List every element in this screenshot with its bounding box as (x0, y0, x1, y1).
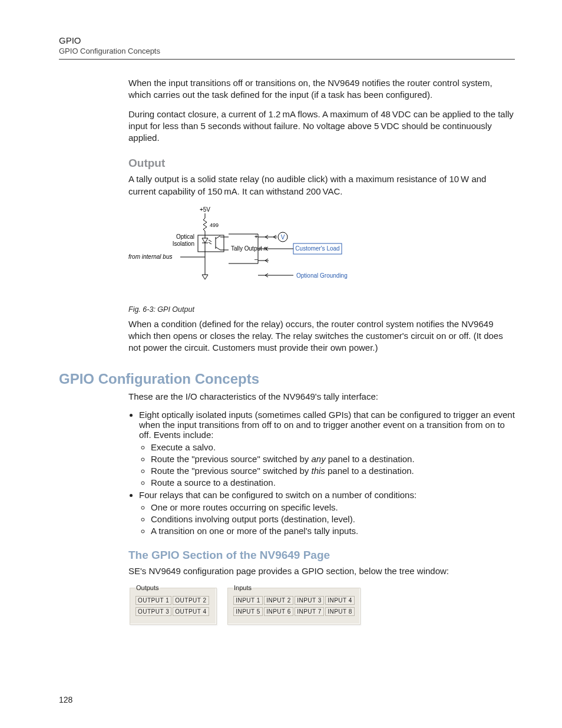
gpio-bullet-inputs: Eight optically isolated inputs (sometim… (139, 410, 515, 487)
gpio-sub-route-any: Route the "previous source" switched by … (151, 454, 515, 464)
output-3-button[interactable]: OUTPUT 3 (135, 607, 171, 616)
gpi-output-schematic: .w{stroke:#000;stroke-width:1;fill:none}… (117, 205, 515, 301)
page-number: 128 (59, 695, 72, 704)
figure-caption-6-3: Fig. 6-3: GPI Output (128, 305, 515, 314)
gpio-sub-route-this: Route the "previous source" switched by … (151, 466, 515, 476)
gpio-intro: These are the I/O characteristics of the… (128, 391, 515, 403)
svg-text:–: – (254, 256, 258, 262)
inputs-group: Inputs INPUT 1INPUT 2INPUT 3INPUT 4 INPU… (227, 584, 361, 625)
svg-text:499: 499 (210, 222, 219, 228)
input-5-button[interactable]: INPUT 5 (233, 607, 263, 616)
output-1-button[interactable]: OUTPUT 1 (135, 596, 171, 605)
input-4-button[interactable]: INPUT 4 (325, 596, 355, 605)
header-rule (59, 59, 515, 60)
output-2-button[interactable]: OUTPUT 2 (173, 596, 209, 605)
inputs-legend: Inputs (233, 584, 253, 591)
output-4-button[interactable]: OUTPUT 4 (173, 607, 209, 616)
input-8-button[interactable]: INPUT 8 (325, 607, 355, 616)
svg-text:Optical: Optical (176, 233, 194, 240)
input-6-button[interactable]: INPUT 6 (264, 607, 293, 616)
gpio-config-heading: GPIO Configuration Concepts (59, 371, 515, 387)
outputs-group: Outputs OUTPUT 1OUTPUT 2 OUTPUT 3OUTPUT … (130, 584, 217, 625)
gpio-section-intro: SE's NV9649 configuration page provides … (128, 565, 515, 577)
gpio-config-pane: Outputs OUTPUT 1OUTPUT 2 OUTPUT 3OUTPUT … (128, 584, 340, 625)
header-subtitle: GPIO Configuration Concepts (59, 47, 515, 55)
intro-paragraph-1: When the input transitions off or transi… (128, 77, 515, 101)
gpio-sub-route-source: Route a source to a destination. (151, 477, 515, 487)
svg-text:+: + (254, 233, 258, 240)
svg-text:Optional Grounding: Optional Grounding (296, 272, 348, 279)
output-heading: Output (128, 157, 515, 170)
input-2-button[interactable]: INPUT 2 (264, 596, 293, 605)
output-paragraph-2: When a condition (defined for the relay)… (128, 318, 515, 354)
header-title: GPIO (59, 35, 515, 45)
svg-text:Isolation: Isolation (173, 241, 194, 247)
gpio-sub-output-ports: Conditions involving output ports (desti… (151, 514, 515, 524)
outputs-legend: Outputs (135, 584, 160, 591)
input-3-button[interactable]: INPUT 3 (295, 596, 324, 605)
svg-text:V: V (281, 234, 285, 241)
gpio-sub-routes-levels: One or more routes occurring on specific… (151, 502, 515, 512)
input-7-button[interactable]: INPUT 7 (295, 607, 324, 616)
svg-text:+5V: +5V (200, 206, 210, 213)
gpio-bullet-relays: Four relays that can be configured to sw… (139, 490, 515, 536)
svg-text:from internal bus: from internal bus (128, 253, 172, 260)
svg-text:Customer's Load: Customer's Load (295, 245, 339, 252)
svg-marker-6 (202, 275, 208, 279)
gpio-sub-tally-transition: A transition on one or more of the panel… (151, 526, 515, 536)
gpio-section-heading: The GPIO Section of the NV9649 Page (128, 549, 515, 562)
intro-paragraph-2: During contact closure, a current of 1.2… (128, 108, 515, 144)
input-1-button[interactable]: INPUT 1 (233, 596, 263, 605)
output-paragraph-1: A tally output is a solid state relay (n… (128, 173, 515, 197)
gpio-sub-execute-salvo: Execute a salvo. (151, 442, 515, 452)
